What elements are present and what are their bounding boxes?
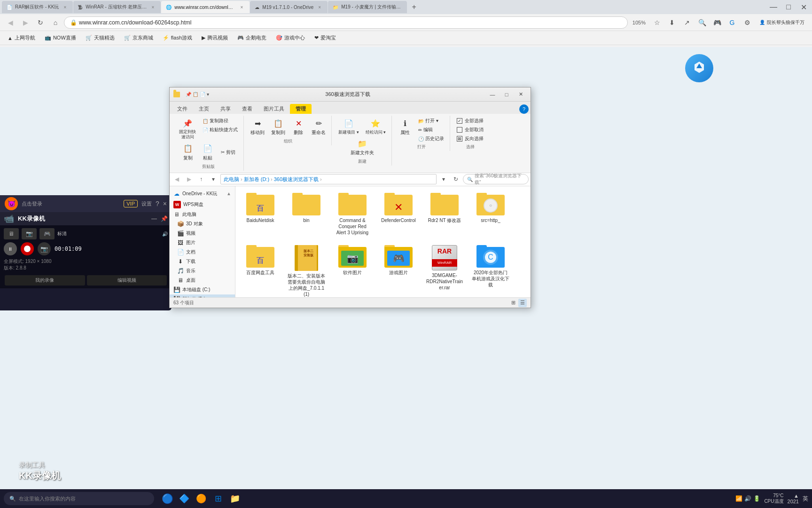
ribbon-copy-path-button[interactable]: 📋 复制路径 <box>200 117 241 125</box>
bookmark-nav[interactable]: ▲上网导航 <box>4 33 39 42</box>
ribbon-properties-button[interactable]: ℹ 属性 <box>396 117 414 143</box>
refresh-button[interactable]: ↻ <box>34 16 47 29</box>
bookmark-tencent-video[interactable]: ▶腾讯视频 <box>198 33 232 42</box>
taskbar-windows-icon[interactable]: ⊞ <box>211 491 226 506</box>
explorer-maximize-button[interactable]: □ <box>500 89 513 100</box>
ribbon-tab-pictures[interactable]: 图片工具 <box>258 104 290 114</box>
search-box[interactable]: 🔍 搜索"360极速浏览器下载" <box>463 174 529 184</box>
file-item-bin[interactable]: bin <box>285 190 328 238</box>
kk-edit-video-btn[interactable]: 编辑视频 <box>87 275 167 286</box>
ribbon-history-button[interactable]: 🕐 历史记录 <box>415 135 447 143</box>
taskbar-folder-icon[interactable]: 📁 <box>227 491 242 506</box>
address-bar[interactable]: 🔒 www.winrar.com.cn/download-60264scp.ht… <box>64 16 628 29</box>
explorer-dropdown-button[interactable]: ▾ <box>438 174 449 184</box>
kk-login-text[interactable]: 点击登录 <box>22 200 42 207</box>
explorer-recent-button[interactable]: ▾ <box>208 174 219 184</box>
grid-view-button[interactable]: ⊞ <box>509 299 517 307</box>
close-browser-icon[interactable]: ✕ <box>797 0 810 14</box>
ribbon-edit-button[interactable]: ✏ 编辑 <box>415 126 447 134</box>
taskbar-chrome-icon[interactable]: 🔵 <box>160 491 175 506</box>
back-button[interactable]: ◀ <box>4 16 17 29</box>
kk-record-button[interactable] <box>21 242 34 255</box>
kk-close-icon[interactable]: × <box>163 200 167 207</box>
bookmark-esports[interactable]: 🎮企鹅电竞 <box>234 33 270 42</box>
kk-pin-icon[interactable]: 📌 <box>161 215 168 222</box>
file-item-rar[interactable]: RAR WinRAR 3DMGAME-RDR2NativeTrainer.rar <box>423 242 466 297</box>
bookmark-jd[interactable]: 🛒京东商城 <box>120 33 157 42</box>
file-item-src[interactable]: ○ src=http_ <box>469 190 512 238</box>
sidebar-item-desktop[interactable]: 🖥 桌面 <box>170 276 235 285</box>
file-item-baidunetdisk[interactable]: 百 BaiduNetdisk <box>239 190 281 238</box>
explorer-back-button[interactable]: ◀ <box>172 174 182 184</box>
ribbon-tab-share[interactable]: 共享 <box>215 104 236 114</box>
gaming-icon[interactable]: 🎮 <box>710 16 724 29</box>
file-item-baidu-tool[interactable]: 百 百度网盘工具 <box>239 242 281 297</box>
ribbon-new-item-button[interactable]: 📄 新建项目 ▾ <box>336 117 362 137</box>
taskbar-search[interactable]: 🔍 在这里输入你搜索的内容 <box>4 492 154 505</box>
file-item-book[interactable]: 版本二安装版 版本二、安装版本需要先载你自电脑上的网盘_7.0.1.1 (1) <box>285 242 328 297</box>
ribbon-tab-home[interactable]: 主页 <box>193 104 215 114</box>
kk-my-recordings-btn[interactable]: 我的录像 <box>5 275 85 286</box>
tab-close-3[interactable]: × <box>316 4 323 10</box>
ribbon-rename-button[interactable]: ✏ 重命名 <box>309 117 328 137</box>
breadcrumb[interactable]: 此电脑 › 新加卷 (D:) › 360极速浏览器下载 › <box>220 174 437 184</box>
home-button[interactable]: ⌂ <box>49 16 62 29</box>
ribbon-invert-selection-button[interactable]: ⊠ 反向选择 <box>454 135 486 143</box>
explorer-refresh-button[interactable]: ↻ <box>451 174 461 184</box>
sidebar-item-3d[interactable]: 📦 3D 对象 <box>170 219 235 229</box>
share-icon[interactable]: ↗ <box>680 16 694 29</box>
ribbon-select-all-button[interactable]: ✓ 全部选择 <box>454 117 486 125</box>
new-tab-button[interactable]: + <box>407 1 421 13</box>
kk-question-icon[interactable]: ? <box>156 200 159 207</box>
sidebar-item-onedrive[interactable]: ☁ OneDrive - KK玩 <box>173 189 217 198</box>
file-item-defender[interactable]: ✕ DefenderControl <box>377 190 420 238</box>
quick-access-icon[interactable]: 📌 <box>186 92 191 97</box>
ribbon-paste-button[interactable]: 📄 粘贴 <box>198 142 217 163</box>
download-icon[interactable]: ⬇ <box>665 16 679 29</box>
forward-button[interactable]: ▶ <box>19 16 32 29</box>
explorer-minimize-button[interactable]: — <box>486 89 499 100</box>
bookmark-icon[interactable]: ☆ <box>650 16 664 29</box>
sidebar-item-documents[interactable]: 📄 文档 <box>170 247 235 257</box>
taskbar-language-btn[interactable]: 英 <box>803 495 808 503</box>
ribbon-move-button[interactable]: ➡ 移动到 <box>248 117 267 137</box>
ribbon-delete-button[interactable]: ✕ 删除 <box>289 117 308 137</box>
kk-snapshot-button[interactable]: 📷 <box>38 242 51 255</box>
ribbon-new-folder-button[interactable]: 📁 新建文件夹 <box>336 137 389 158</box>
tab-download[interactable]: 🌐 www.winrar.com.cn/download-6... × <box>161 1 250 13</box>
tab-rar[interactable]: 📄 RAR解压软件 - KK玩 × <box>2 1 73 13</box>
file-item-command-conquer[interactable]: Command & Conquer Red Alert 3 Uprising <box>331 190 374 238</box>
minimize-browser-icon[interactable]: — <box>767 0 780 14</box>
explorer-up-button[interactable]: ↑ <box>196 174 206 184</box>
explorer-forward-button[interactable]: ▶ <box>184 174 194 184</box>
user-profile-button[interactable]: 👤 院长帮头狼保千万 <box>756 18 808 27</box>
ribbon-tab-file[interactable]: 文件 <box>172 104 193 114</box>
ribbon-copy-button[interactable]: 📋 复制 <box>179 142 197 163</box>
bookmark-taobao[interactable]: ❤爱淘宝 <box>311 33 340 42</box>
tab-close-0[interactable]: × <box>62 4 68 10</box>
kk-camera-select-btn[interactable]: 📷 <box>22 228 37 239</box>
ribbon-tab-view[interactable]: 查看 <box>236 104 258 114</box>
breadcrumb-folder[interactable]: 360极速浏览器下载 <box>274 176 319 183</box>
bookmark-game-center[interactable]: 🎯游戏中心 <box>272 33 309 42</box>
settings-icon[interactable]: ⚙ <box>741 16 754 29</box>
ribbon-deselect-all-button[interactable]: 全部取消 <box>454 126 486 134</box>
copy-icon-title[interactable]: 📋 <box>193 92 198 97</box>
ribbon-tab-manage[interactable]: 管理 <box>290 104 312 114</box>
sidebar-item-wps[interactable]: W WPS网盘 <box>170 199 235 210</box>
maximize-browser-icon[interactable]: □ <box>782 0 795 14</box>
kk-display-btn[interactable]: 🖥 <box>4 228 19 239</box>
sidebar-item-c-drive[interactable]: 💾 本地磁盘 (C:) <box>170 285 235 294</box>
kk-game-btn[interactable]: 🎮 <box>39 228 55 239</box>
tab-close-2[interactable]: × <box>238 4 245 10</box>
taskbar-misc-icon[interactable]: 🟠 <box>194 491 209 506</box>
tab-winrar[interactable]: 🗜 WinRAR - 压缩软件 老牌压缩软件知 × <box>73 1 161 13</box>
paste-icon-title[interactable]: 📄 <box>200 92 205 97</box>
file-item-software-pics[interactable]: 📷 软件图片 <box>331 242 374 297</box>
file-item-rdr2[interactable]: Rdr2 NT 修改器 <box>423 190 466 238</box>
ribbon-copyto-button[interactable]: 📋 复制到 <box>268 117 288 137</box>
ribbon-help-icon[interactable]: ? <box>519 104 529 114</box>
sidebar-item-downloads[interactable]: ⬇ 下载 <box>170 257 235 266</box>
bookmark-tmall[interactable]: 🛒天猫精选 <box>82 33 118 42</box>
file-item-game-pics[interactable]: 🎮 游戏图片 <box>377 242 420 297</box>
